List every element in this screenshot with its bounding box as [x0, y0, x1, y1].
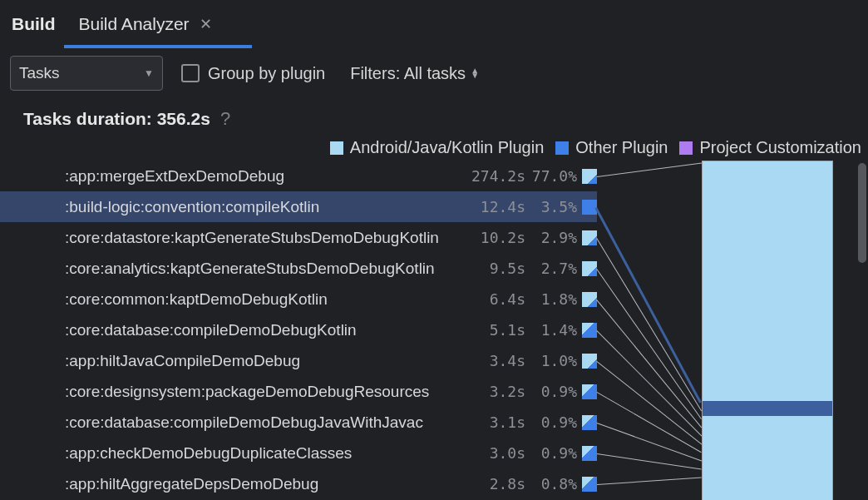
sort-icon: ▲▼	[471, 68, 479, 78]
connector-line	[597, 162, 702, 176]
task-pct: 0.9%	[525, 383, 580, 400]
bar-segment-rest	[703, 416, 832, 500]
task-name: :app:mergeExtDexDemoDebug	[65, 167, 464, 186]
task-row[interactable]: :core:database:compileDemoDebugKotlin 5.…	[0, 314, 597, 345]
task-mini-bar-icon	[582, 292, 597, 307]
task-time: 5.1s	[464, 321, 525, 339]
chevron-down-icon: ▼	[144, 67, 154, 79]
task-row[interactable]: :app:checkDemoDebugDuplicateClasses 3.0s…	[0, 438, 597, 468]
task-pct: 3.5%	[525, 198, 580, 215]
task-time: 12.4s	[464, 198, 525, 215]
group-by-plugin-label: Group by plugin	[208, 64, 325, 83]
task-time: 3.4s	[464, 352, 525, 369]
legend-other-label: Other Plugin	[575, 138, 668, 157]
tasks-duration-label: Tasks duration: 356.2s	[23, 109, 210, 129]
task-row[interactable]: :build-logic:convention:compileKotlin 12…	[0, 191, 597, 222]
task-row[interactable]: :app:mergeExtDexDemoDebug 274.2s 77.0%	[0, 161, 597, 191]
task-time: 274.2s	[464, 167, 525, 185]
task-time: 9.5s	[464, 260, 525, 277]
filters-dropdown[interactable]: Filters: All tasks ▲▼	[350, 64, 479, 83]
chart-area	[597, 161, 868, 500]
tab-build-analyzer[interactable]: Build Analyzer ✕	[79, 0, 212, 48]
task-row[interactable]: :app:hiltAggregateDepsDemoDebug 2.8s 0.8…	[0, 468, 597, 499]
task-time: 3.1s	[464, 413, 525, 431]
task-name: :core:datastore:kaptGenerateStubsDemoDeb…	[65, 229, 464, 247]
toolbar: Tasks ▼ Group by plugin Filters: All tas…	[0, 48, 868, 93]
legend-project: Project Customization	[679, 138, 861, 157]
tab-build[interactable]: Build	[12, 0, 56, 48]
group-by-plugin-checkbox[interactable]: Group by plugin	[181, 64, 325, 83]
task-name: :app:checkDemoDebugDuplicateClasses	[65, 444, 464, 463]
view-dropdown[interactable]: Tasks ▼	[10, 56, 163, 91]
task-mini-bar-icon	[582, 415, 597, 430]
task-row[interactable]: :core:designsystem:packageDemoDebugResou…	[0, 376, 597, 407]
legend-other: Other Plugin	[555, 138, 668, 157]
task-pct: 0.8%	[525, 475, 580, 493]
swatch-other-icon	[555, 141, 569, 155]
task-mini-bar-icon	[582, 354, 597, 369]
tasks-duration: Tasks duration: 356.2s ?	[0, 93, 868, 130]
task-mini-bar-icon	[582, 323, 597, 338]
task-name: :core:designsystem:packageDemoDebugResou…	[65, 383, 464, 401]
task-mini-bar-icon	[582, 169, 597, 184]
legend-project-label: Project Customization	[699, 138, 861, 157]
task-list[interactable]: :app:mergeExtDexDemoDebug 274.2s 77.0% :…	[0, 161, 597, 500]
connector-line	[596, 238, 702, 411]
task-name: :core:database:compileDemoDebugJavaWithJ…	[65, 413, 464, 432]
legend-android: Android/Java/Kotlin Plugin	[330, 138, 544, 157]
dropdown-value: Tasks	[19, 64, 60, 82]
task-name: :app:hiltAggregateDepsDemoDebug	[65, 475, 464, 493]
task-pct: 1.4%	[525, 321, 580, 339]
task-mini-bar-icon	[582, 230, 597, 245]
task-row[interactable]: :core:common:kaptDemoDebugKotlin 6.4s 1.…	[0, 284, 597, 314]
task-row[interactable]: :app:hiltJavaCompileDemoDebug 3.4s 1.0%	[0, 345, 597, 376]
tab-analyzer-label: Build Analyzer	[79, 14, 190, 34]
task-name: :core:common:kaptDemoDebugKotlin	[65, 290, 464, 309]
scrollbar-thumb[interactable]	[858, 163, 866, 263]
filters-label: Filters: All tasks	[350, 64, 466, 83]
task-row[interactable]: :core:datastore:kaptGenerateStubsDemoDeb…	[0, 222, 597, 253]
task-pct: 1.8%	[525, 290, 580, 308]
help-icon[interactable]: ?	[220, 108, 230, 130]
task-pct: 2.9%	[525, 229, 580, 246]
task-mini-bar-icon	[582, 261, 597, 276]
task-time: 2.8s	[464, 475, 525, 493]
tab-bar: Build Build Analyzer ✕	[0, 0, 868, 48]
task-pct: 1.0%	[525, 352, 580, 369]
legend: Android/Java/Kotlin Plugin Other Plugin …	[0, 130, 868, 161]
task-row[interactable]: :core:analytics:kaptGenerateStubsDemoDeb…	[0, 253, 597, 284]
task-time: 3.0s	[464, 444, 525, 462]
content-area: :app:mergeExtDexDemoDebug 274.2s 77.0% :…	[0, 161, 868, 500]
task-name: :core:analytics:kaptGenerateStubsDemoDeb…	[65, 260, 464, 278]
task-row[interactable]: :core:database:compileDemoDebugJavaWithJ…	[0, 407, 597, 438]
connector-line	[597, 477, 702, 484]
connector-line	[596, 300, 702, 428]
task-pct: 77.0%	[525, 167, 580, 185]
bar-segment-android	[703, 161, 832, 401]
task-name: :app:hiltJavaCompileDemoDebug	[65, 352, 464, 370]
close-icon[interactable]: ✕	[200, 15, 212, 33]
task-pct: 0.9%	[525, 413, 580, 431]
task-mini-bar-icon	[582, 446, 597, 461]
task-time: 6.4s	[464, 290, 525, 308]
task-mini-bar-icon	[582, 384, 597, 399]
task-name: :core:database:compileDemoDebugKotlin	[65, 321, 464, 339]
swatch-project-icon	[679, 141, 693, 155]
tab-build-label: Build	[12, 14, 56, 34]
task-pct: 0.9%	[525, 444, 580, 462]
task-pct: 2.7%	[525, 260, 580, 277]
task-time: 10.2s	[464, 229, 525, 246]
connector-line	[597, 392, 702, 453]
connector-line	[596, 269, 702, 419]
legend-android-label: Android/Java/Kotlin Plugin	[350, 138, 544, 157]
bar-segment-selected	[703, 401, 832, 416]
task-time: 3.2s	[464, 383, 525, 400]
task-mini-bar-icon	[582, 200, 597, 215]
task-name: :build-logic:convention:compileKotlin	[65, 198, 464, 216]
stacked-bar[interactable]	[702, 161, 833, 500]
swatch-android-icon	[330, 141, 343, 155]
task-mini-bar-icon	[582, 477, 597, 492]
checkbox-icon	[181, 64, 200, 82]
